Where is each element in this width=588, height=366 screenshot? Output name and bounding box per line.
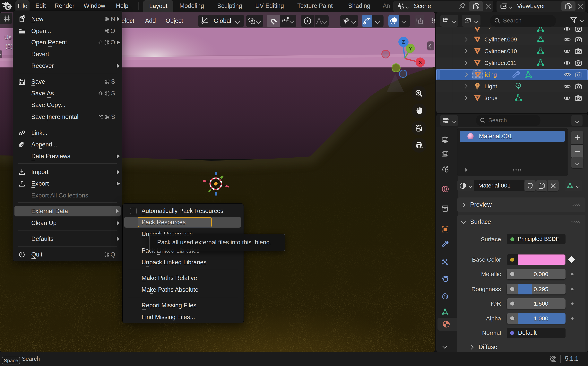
svg-text:Y: Y xyxy=(408,46,412,52)
svg-text:X: X xyxy=(419,60,422,66)
svg-text:Z: Z xyxy=(402,39,405,45)
